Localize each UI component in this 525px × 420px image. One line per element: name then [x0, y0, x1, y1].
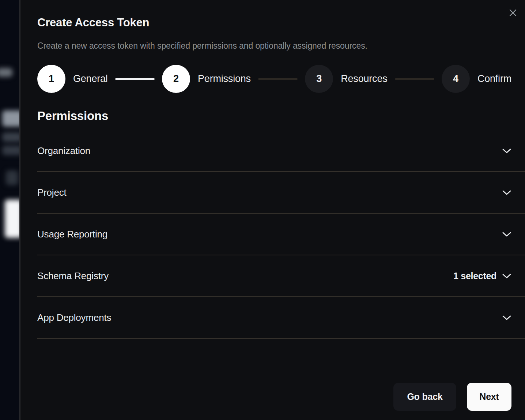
row-label: Usage Reporting: [37, 229, 107, 240]
row-label: Organization: [37, 145, 90, 157]
dialog-footer: Go back Next: [393, 383, 511, 411]
accordion-row-app-deployments[interactable]: App Deployments: [37, 297, 525, 339]
dialog-title: Create Access Token: [37, 0, 511, 29]
stepper-connector: [115, 78, 155, 80]
stepper-step-confirm[interactable]: 4 Confirm: [442, 65, 511, 93]
section-heading-permissions: Permissions: [37, 109, 511, 123]
step-number-badge: 4: [442, 65, 470, 93]
stepper-step-general[interactable]: 1 General: [37, 65, 108, 93]
row-right: [502, 190, 511, 195]
step-label: Permissions: [198, 73, 251, 85]
row-label: App Deployments: [37, 312, 111, 323]
row-right: [502, 148, 511, 154]
stepper-step-permissions[interactable]: 2 Permissions: [162, 65, 251, 93]
blurred-button: [0, 68, 12, 77]
selected-count: 1 selected: [453, 271, 496, 281]
blurred-text-row: [2, 132, 19, 142]
step-number: 3: [316, 73, 322, 85]
blurred-heading: [2, 110, 19, 127]
blurred-text-row: [2, 146, 19, 155]
go-back-button[interactable]: Go back: [393, 383, 456, 411]
accordion-row-organization[interactable]: Organization: [37, 130, 525, 172]
chevron-down-icon: [502, 315, 511, 320]
blurred-card: [5, 200, 19, 238]
step-number: 4: [453, 73, 458, 85]
step-number-badge: 1: [37, 65, 65, 93]
step-label: Confirm: [477, 73, 511, 85]
accordion-row-schema-registry[interactable]: Schema Registry 1 selected: [37, 255, 525, 297]
accordion-row-project[interactable]: Project: [37, 172, 525, 214]
row-right: [502, 315, 511, 320]
stepper-step-resources[interactable]: 3 Resources: [305, 65, 387, 93]
close-icon[interactable]: [506, 6, 520, 19]
chevron-down-icon: [502, 273, 511, 279]
row-right: [502, 232, 511, 237]
step-label: Resources: [341, 73, 387, 85]
step-label: General: [73, 73, 108, 85]
step-number-badge: 3: [305, 65, 333, 93]
wizard-stepper: 1 General 2 Permissions 3 Resources: [37, 65, 511, 93]
permissions-list: Organization Project Usage: [37, 130, 525, 339]
chevron-down-icon: [502, 148, 511, 154]
next-button[interactable]: Next: [467, 383, 511, 411]
chevron-down-icon: [502, 232, 511, 237]
dialog-subtitle: Create a new access token with specified…: [37, 41, 511, 51]
blurred-icon: [6, 170, 18, 185]
step-number: 2: [173, 73, 179, 85]
background-page: [0, 0, 19, 420]
create-access-token-modal: Create Access Token Create a new access …: [20, 0, 525, 420]
stepper-connector: [395, 78, 434, 80]
row-right: 1 selected: [453, 271, 511, 281]
chevron-down-icon: [502, 190, 511, 195]
step-number-badge: 2: [162, 65, 190, 93]
row-label: Project: [37, 187, 67, 198]
row-label: Schema Registry: [37, 270, 109, 282]
accordion-row-usage-reporting[interactable]: Usage Reporting: [37, 214, 525, 255]
stepper-connector: [258, 78, 298, 80]
screen: Create Access Token Create a new access …: [0, 0, 525, 420]
step-number: 1: [49, 73, 54, 85]
